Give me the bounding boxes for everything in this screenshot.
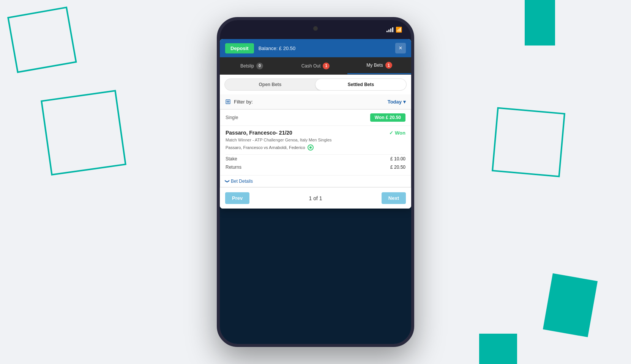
bet-details-link-label: Bet Details [231, 179, 253, 184]
filter-label: Filter by: [234, 99, 253, 105]
deposit-button[interactable]: Deposit [225, 43, 254, 53]
bg-shape-tl [0, 0, 90, 83]
bet-details-link[interactable]: ❯ Bet Details [220, 175, 411, 187]
bet-details-body: Passaro, Francesco- 21/20 ✓ Won Match Wi… [220, 126, 411, 175]
bets-type-toggle: Open Bets Settled Bets [224, 78, 407, 91]
signal-bar-2 [388, 30, 390, 32]
checkmark-icon: ✓ [389, 130, 393, 136]
signal-icons: 📶 [386, 27, 402, 33]
returns-row: Returns £ 20.50 [226, 163, 405, 171]
tab-betslip-badge: 0 [256, 63, 263, 69]
filter-chevron-icon: ▾ [403, 99, 406, 105]
tab-mybets-badge: 1 [385, 62, 392, 69]
tab-mybets-label: My Bets [366, 63, 383, 68]
stake-label: Stake [226, 156, 237, 162]
today-filter-value: Today [388, 99, 402, 105]
live-dot [309, 146, 312, 149]
filter-row: ⊞ Filter by: Today ▾ [220, 94, 411, 109]
filter-icon: ⊞ [225, 97, 231, 106]
bg-shape-tl-inner [7, 6, 77, 73]
tabs-row: Betslip 0 Cash Out 1 My Bets 1 [220, 57, 411, 75]
tab-cashout-label: Cash Out [301, 63, 321, 69]
prev-page-button[interactable]: Prev [225, 192, 249, 204]
bet-type-label: Single [226, 115, 238, 120]
tab-mybets[interactable]: My Bets 1 [347, 57, 411, 74]
today-filter-button[interactable]: Today ▾ [388, 99, 406, 105]
phone-frame: 📶 Sports BETI ⏱ In-Play SAFER GAMBLI... [217, 17, 414, 347]
signal-bar-1 [386, 31, 388, 32]
returns-value: £ 20.50 [390, 165, 405, 170]
stake-value: £ 10.00 [390, 156, 405, 162]
signal-bar-3 [390, 28, 391, 32]
bet-details-chevron-icon: ❯ [225, 179, 230, 183]
tab-betslip[interactable]: Betslip 0 [220, 57, 284, 74]
tab-cashout[interactable]: Cash Out 1 [284, 57, 347, 74]
match-vs: Passaro, Francesco vs Arnaboldi, Federic… [226, 144, 405, 151]
signal-bar-4 [392, 27, 393, 32]
match-vs-text: Passaro, Francesco vs Arnaboldi, Federic… [226, 145, 305, 150]
won-label: Won [395, 130, 405, 136]
close-modal-button[interactable]: × [395, 43, 406, 53]
tab-cashout-badge: 1 [323, 63, 330, 69]
phone-screen: Sports BETI ⏱ In-Play SAFER GAMBLI... HA… [220, 39, 411, 344]
bg-shape-ml [41, 90, 126, 176]
wifi-icon: 📶 [396, 27, 402, 33]
signal-bars-icon [386, 27, 393, 32]
next-page-button[interactable]: Next [382, 192, 406, 204]
live-icon [308, 144, 314, 151]
bg-shape-tr [525, 0, 555, 46]
won-badge: Won £ 20.50 [370, 113, 405, 122]
bg-shape-bc [479, 334, 517, 364]
balance-display: Balance: £ 20.50 [259, 46, 391, 51]
won-status: ✓ Won [389, 130, 405, 136]
bet-card: Single Won £ 20.50 Passaro, Francesco- 2… [220, 109, 411, 187]
market-info: Match Winner - ATP Challenger Genoa, Ita… [226, 137, 405, 143]
modal-header: Deposit Balance: £ 20.50 × [220, 39, 411, 57]
bg-shape-br [543, 273, 598, 337]
bet-card-header: Single Won £ 20.50 [220, 110, 411, 126]
selection-name: Passaro, Francesco- 21/20 [226, 130, 292, 136]
betslip-modal: Deposit Balance: £ 20.50 × Betslip 0 Ca [220, 39, 411, 209]
filter-left: ⊞ Filter by: [225, 97, 253, 106]
tab-betslip-label: Betslip [240, 63, 254, 69]
modal-overlay: Deposit Balance: £ 20.50 × Betslip 0 Ca [220, 39, 411, 344]
bg-shape-mr [492, 107, 565, 177]
settled-bets-toggle[interactable]: Settled Bets [316, 79, 406, 90]
pagination-row: Prev 1 of 1 Next [220, 187, 411, 209]
camera-notch [313, 26, 318, 31]
bet-selection-row: Passaro, Francesco- 21/20 ✓ Won [226, 130, 405, 136]
phone-wrapper: 📶 Sports BETI ⏱ In-Play SAFER GAMBLI... [217, 17, 414, 347]
open-bets-toggle[interactable]: Open Bets [225, 79, 316, 90]
returns-label: Returns [226, 165, 241, 170]
stake-row: Stake £ 10.00 [226, 154, 405, 163]
phone-status-bar: 📶 [220, 20, 411, 39]
page-info-text: 1 of 1 [309, 195, 322, 201]
app-background: Sports BETI ⏱ In-Play SAFER GAMBLI... HA… [220, 39, 411, 344]
